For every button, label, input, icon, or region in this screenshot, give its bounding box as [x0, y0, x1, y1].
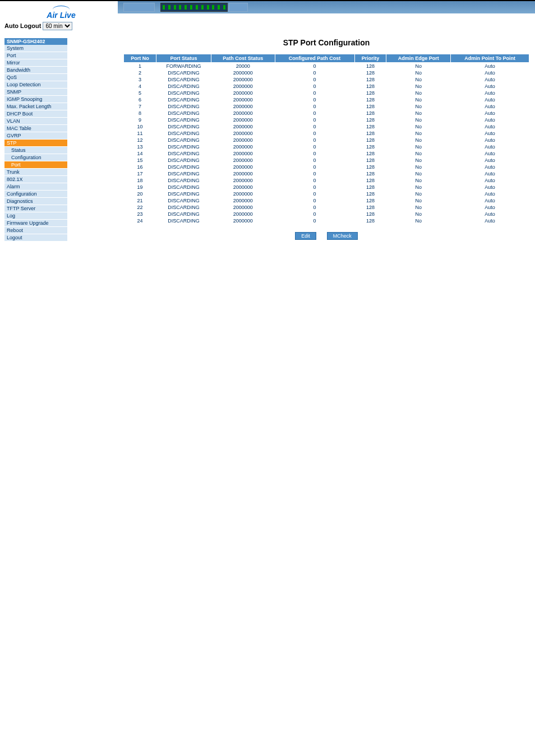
table-row[interactable]: 5DISCARDING20000000128NoAuto [124, 90, 529, 96]
table-row[interactable]: 17DISCARDING20000000128NoAuto [124, 170, 529, 177]
content: STP Port Configuration Port NoPort Statu… [118, 13, 535, 253]
cell-port-status: DISCARDING [156, 211, 211, 217]
cell-admin-edge-port: No [386, 177, 451, 184]
table-row[interactable]: 7DISCARDING20000000128NoAuto [124, 103, 529, 110]
cell-configured-path-cost: 0 [275, 211, 354, 217]
cell-admin-edge-port: No [386, 217, 451, 224]
table-row[interactable]: 2DISCARDING20000000128NoAuto [124, 69, 529, 76]
cell-configured-path-cost: 0 [275, 103, 354, 110]
nav-item-bandwidth[interactable]: Bandwidth [4, 67, 67, 74]
cell-admin-edge-port: No [386, 197, 451, 204]
table-row[interactable]: 19DISCARDING20000000128NoAuto [124, 184, 529, 191]
cell-port-no: 12 [124, 137, 156, 143]
auto-logout-select[interactable]: 60 min [43, 22, 72, 30]
cell-path-cost-status: 2000000 [211, 197, 275, 204]
cell-admin-edge-port: No [386, 123, 451, 130]
cell-port-no: 15 [124, 157, 156, 164]
cell-port-status: DISCARDING [156, 69, 211, 76]
cell-admin-p2p: Auto [451, 170, 529, 177]
nav-item-mirror[interactable]: Mirror [4, 59, 67, 67]
nav-item-loop-detection[interactable]: Loop Detection [4, 81, 67, 89]
nav-item-reboot[interactable]: Reboot [4, 227, 67, 234]
nav-item-snmp[interactable]: SNMP [4, 89, 67, 96]
nav-item-log[interactable]: Log [4, 212, 67, 220]
cell-priority: 128 [354, 130, 386, 137]
nav-item-logout[interactable]: Logout [4, 234, 67, 242]
cell-configured-path-cost: 0 [275, 83, 354, 90]
nav-item-system[interactable]: System [4, 45, 67, 52]
cell-priority: 128 [354, 217, 386, 224]
nav-item-trunk[interactable]: Trunk [4, 169, 67, 176]
table-row[interactable]: 8DISCARDING20000000128NoAuto [124, 110, 529, 117]
table-row[interactable]: 12DISCARDING20000000128NoAuto [124, 137, 529, 143]
cell-path-cost-status: 2000000 [211, 191, 275, 197]
cell-port-no: 16 [124, 164, 156, 170]
cell-port-no: 7 [124, 103, 156, 110]
mcheck-button[interactable]: MCheck [327, 232, 358, 240]
table-row[interactable]: 21DISCARDING20000000128NoAuto [124, 197, 529, 204]
cell-configured-path-cost: 0 [275, 184, 354, 191]
col-header: Priority [354, 54, 386, 63]
nav-item-vlan[interactable]: VLAN [4, 118, 67, 125]
cell-path-cost-status: 2000000 [211, 170, 275, 177]
cell-port-status: DISCARDING [156, 76, 211, 83]
cell-path-cost-status: 2000000 [211, 83, 275, 90]
cell-port-status: DISCARDING [156, 103, 211, 110]
nav-item-qos[interactable]: QoS [4, 74, 67, 81]
cell-port-status: DISCARDING [156, 177, 211, 184]
table-row[interactable]: 22DISCARDING20000000128NoAuto [124, 204, 529, 211]
nav-item-igmp-snooping[interactable]: IGMP Snooping [4, 96, 67, 103]
cell-path-cost-status: 2000000 [211, 76, 275, 83]
nav-item-port[interactable]: Port [4, 161, 67, 169]
cell-configured-path-cost: 0 [275, 143, 354, 150]
table-row[interactable]: 13DISCARDING20000000128NoAuto [124, 143, 529, 150]
table-row[interactable]: 3DISCARDING20000000128NoAuto [124, 76, 529, 83]
cell-admin-p2p: Auto [451, 123, 529, 130]
cell-configured-path-cost: 0 [275, 177, 354, 184]
table-row[interactable]: 15DISCARDING20000000128NoAuto [124, 157, 529, 164]
cell-admin-p2p: Auto [451, 137, 529, 143]
table-row[interactable]: 1FORWARDING200000128NoAuto [124, 63, 529, 70]
cell-path-cost-status: 2000000 [211, 157, 275, 164]
nav-item-max-packet-length[interactable]: Max. Packet Length [4, 103, 67, 110]
nav-item-port[interactable]: Port [4, 52, 67, 59]
nav-item-status[interactable]: Status [4, 147, 67, 154]
table-row[interactable]: 4DISCARDING20000000128NoAuto [124, 83, 529, 90]
table-row[interactable]: 9DISCARDING20000000128NoAuto [124, 117, 529, 123]
table-row[interactable]: 14DISCARDING20000000128NoAuto [124, 150, 529, 157]
cell-priority: 128 [354, 157, 386, 164]
nav-item-gvrp[interactable]: GVRP [4, 132, 67, 140]
nav-item-mac-table[interactable]: MAC Table [4, 125, 67, 132]
nav-item-configuration[interactable]: Configuration [4, 154, 67, 161]
nav-item-diagnostics[interactable]: Diagnostics [4, 198, 67, 205]
nav-item-alarm[interactable]: Alarm [4, 183, 67, 191]
table-row[interactable]: 24DISCARDING20000000128NoAuto [124, 217, 529, 224]
cell-port-status: DISCARDING [156, 217, 211, 224]
cell-admin-p2p: Auto [451, 211, 529, 217]
nav-item-configuration[interactable]: Configuration [4, 191, 67, 198]
cell-port-status: DISCARDING [156, 170, 211, 177]
col-header: Configured Path Cost [275, 54, 354, 63]
table-row[interactable]: 18DISCARDING20000000128NoAuto [124, 177, 529, 184]
table-row[interactable]: 20DISCARDING20000000128NoAuto [124, 191, 529, 197]
cell-admin-edge-port: No [386, 211, 451, 217]
table-row[interactable]: 11DISCARDING20000000128NoAuto [124, 130, 529, 137]
table-row[interactable]: 16DISCARDING20000000128NoAuto [124, 164, 529, 170]
edit-button[interactable]: Edit [295, 232, 316, 240]
banner-box [123, 3, 155, 12]
cell-path-cost-status: 2000000 [211, 184, 275, 191]
cell-configured-path-cost: 0 [275, 123, 354, 130]
cell-priority: 128 [354, 197, 386, 204]
nav-item-dhcp-boot[interactable]: DHCP Boot [4, 110, 67, 118]
cell-admin-edge-port: No [386, 110, 451, 117]
cell-path-cost-status: 2000000 [211, 211, 275, 217]
table-row[interactable]: 10DISCARDING20000000128NoAuto [124, 123, 529, 130]
table-row[interactable]: 23DISCARDING20000000128NoAuto [124, 211, 529, 217]
table-row[interactable]: 6DISCARDING20000000128NoAuto [124, 96, 529, 103]
cell-port-status: DISCARDING [156, 110, 211, 117]
nav-item-tftp-server[interactable]: TFTP Server [4, 205, 67, 212]
nav-item-firmware-upgrade[interactable]: Firmware Upgrade [4, 220, 67, 227]
nav-item-802-1x[interactable]: 802.1X [4, 176, 67, 183]
cell-admin-edge-port: No [386, 83, 451, 90]
nav-item-stp[interactable]: STP [4, 140, 67, 147]
